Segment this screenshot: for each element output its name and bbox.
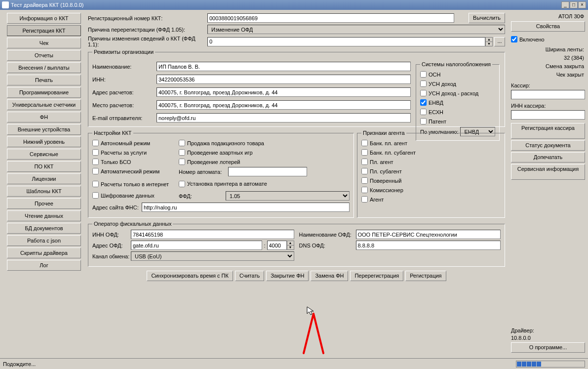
nav-информация-о-ккт[interactable]: Информация о ККТ (7, 13, 81, 24)
calculate-button[interactable]: Вычислить (469, 13, 505, 23)
footer-перерегистрация-button[interactable]: Перерегистрация (350, 271, 403, 281)
kkt-checkbox[interactable]: Проведение азартных игр (179, 148, 307, 157)
nav-по-ккт[interactable]: ПО ККТ (7, 161, 81, 172)
nav-регистрация-ккт[interactable]: Регистрация ККТ (7, 25, 81, 36)
agent-checkbox[interactable]: Пл. агент (361, 158, 501, 166)
nav-отчеты[interactable]: Отчеты (7, 50, 81, 61)
automat-number-input[interactable] (228, 167, 307, 176)
reg-number-input[interactable] (207, 13, 454, 23)
left-nav: Информация о ККТРегистрация ККТЧекОтчеты… (0, 10, 84, 356)
org-addr-input[interactable] (157, 87, 411, 97)
nav-универсальные-счетчики[interactable]: Универсальные счетчики (7, 99, 81, 110)
org-fieldset: Реквизиты организации Наименование: ИНН:… (88, 49, 505, 127)
printer-in-automat-checkbox[interactable]: Установка принтера в автомате (179, 180, 307, 188)
ofd-dns-input[interactable] (356, 241, 501, 250)
ofd-addr-input[interactable] (131, 241, 262, 250)
kkt-checkbox[interactable]: Автоматический режим (92, 167, 179, 175)
maximize-button[interactable]: □ (570, 1, 578, 8)
nav-прочее[interactable]: Прочее (7, 198, 81, 209)
agent-checkbox[interactable]: Комиссионер (361, 186, 501, 194)
nav-работа-с-json[interactable]: Работа с json (7, 235, 81, 246)
change-reason-input[interactable] (207, 37, 485, 46)
footer-регистрация-button[interactable]: Регистрация (405, 271, 446, 281)
fns-url-input[interactable] (142, 203, 350, 212)
close-button[interactable]: × (578, 1, 586, 8)
agent-checkbox[interactable]: Поверенный (361, 176, 501, 185)
app-icon (2, 1, 9, 8)
agent-legend: Признаки агента (361, 130, 406, 136)
ffd-select[interactable]: 1.05 (226, 191, 350, 201)
kkt-checkbox[interactable]: Автономный режим (92, 139, 179, 147)
nav-внесения-выплаты[interactable]: Внесения / выплаты (7, 62, 81, 73)
nav-лог[interactable]: Лог (7, 260, 81, 271)
org-email-input[interactable] (157, 113, 411, 123)
minimize-button[interactable]: _ (561, 1, 569, 8)
doc-status-button[interactable]: Статус документа (511, 140, 585, 151)
footer-закрытие-фн-button[interactable]: Закрытие ФН (266, 271, 309, 281)
kkt-checkbox[interactable]: Только БСО (92, 158, 179, 166)
tax-checkbox[interactable]: УСН доход - расход (420, 89, 495, 97)
ofd-channel-select[interactable]: USB (EoU) (131, 251, 294, 261)
cashier-inn-input[interactable] (511, 110, 585, 120)
footer-замена-фн-button[interactable]: Замена ФН (311, 271, 348, 281)
tax-fieldset: Системы налогообложения ОСНУСН доходУСН … (416, 61, 500, 141)
cashier-input[interactable] (511, 90, 585, 99)
nav-бд-документов[interactable]: БД документов (7, 223, 81, 234)
nav-скрипты-драйвера[interactable]: Скрипты драйвера (7, 247, 81, 258)
automat-number-label: Номер автомата: (179, 169, 228, 175)
ffd-label: ФФД: (179, 193, 226, 199)
ofd-port-spinner[interactable]: ▲▼ (287, 241, 294, 250)
change-reason-spinner[interactable]: ▲▼ (485, 37, 493, 46)
nav-чтение-данных[interactable]: Чтение данных (7, 210, 81, 221)
about-button[interactable]: О программе... (511, 342, 585, 353)
nav-шаблоны-ккт[interactable]: Шаблоны ККТ (7, 186, 81, 197)
rereg-reason-select[interactable]: Изменение ОФД (207, 25, 505, 34)
reprint-button[interactable]: Допечатать (511, 152, 585, 163)
enabled-checkbox[interactable]: Включено (511, 35, 585, 43)
window-title: Тест драйвера ККТ (10.8.0.0) (11, 2, 83, 8)
kkt-checkbox[interactable]: Проведение лотерей (179, 158, 307, 166)
rereg-reason-label: Причина перерегистрации (ФФД 1.05): (88, 27, 207, 33)
window-controls: _□× (561, 1, 586, 8)
agent-checkbox[interactable]: Агент (361, 195, 501, 204)
org-inn-input[interactable] (157, 75, 411, 84)
org-place-input[interactable] (157, 100, 411, 110)
kkt-checkbox[interactable]: Продажа подакцизного товара (179, 139, 307, 147)
change-reason-more-button[interactable]: ... (494, 37, 505, 46)
agent-checkbox[interactable]: Банк. пл. агент (361, 139, 501, 147)
tax-checkbox[interactable]: ОСН (420, 70, 495, 79)
tax-checkbox[interactable]: ЕНВД (420, 98, 495, 107)
nav-внешние-устройства[interactable]: Внешние устройства (7, 124, 81, 135)
ofd-addr-label: Адрес ОФД: (92, 243, 131, 248)
tax-legend: Системы налогообложения (420, 61, 492, 67)
kkt-checkbox[interactable]: Расчеты за услуги (92, 148, 179, 157)
nav-сервисные[interactable]: Сервисные (7, 149, 81, 160)
nav-лицензии[interactable]: Лицензии (7, 173, 81, 184)
agent-checkbox[interactable]: Банк. пл. субагент (361, 148, 501, 157)
agent-checkbox[interactable]: Пл. субагент (361, 167, 501, 175)
encryption-checkbox[interactable]: Шифрование данных (92, 191, 179, 200)
nav-чек[interactable]: Чек (7, 38, 81, 48)
footer-синхронизировать-время-с-пк-button[interactable]: Синхронизировать время с ПК (147, 271, 233, 281)
tax-checkbox[interactable]: Патент (420, 117, 495, 125)
nav-нижний-уровень[interactable]: Нижний уровень (7, 136, 81, 147)
tax-checkbox[interactable]: УСН доход (420, 80, 495, 88)
ofd-inn-input[interactable] (131, 230, 294, 239)
tape-width-value: 32 (384) (511, 54, 585, 61)
footer-считать-button[interactable]: Считать (235, 271, 264, 281)
org-name-input[interactable] (157, 62, 411, 71)
service-info-button[interactable]: Сервисная информация (511, 164, 585, 180)
nav-фн[interactable]: ФН (7, 112, 81, 123)
register-cashier-button[interactable]: Регистрация кассира (511, 123, 585, 139)
nav-программирование[interactable]: Программирование (7, 87, 81, 98)
properties-button[interactable]: Свойства (511, 21, 585, 32)
footer-buttons: Синхронизировать время с ПКСчитатьЗакрыт… (88, 271, 505, 281)
nav-печать[interactable]: Печать (7, 75, 81, 85)
tax-checkbox[interactable]: ЕСХН (420, 108, 495, 116)
ofd-name-input[interactable] (356, 230, 501, 239)
internet-only-checkbox[interactable]: Расчеты только в интернет (92, 180, 179, 188)
right-panel: АТОЛ 30Ф Свойства Включено Ширина ленты:… (509, 10, 588, 356)
ofd-port-input[interactable] (267, 241, 287, 250)
org-place-label: Место расчетов: (92, 102, 157, 108)
kkt-legend: Настройки ККТ (92, 130, 133, 136)
